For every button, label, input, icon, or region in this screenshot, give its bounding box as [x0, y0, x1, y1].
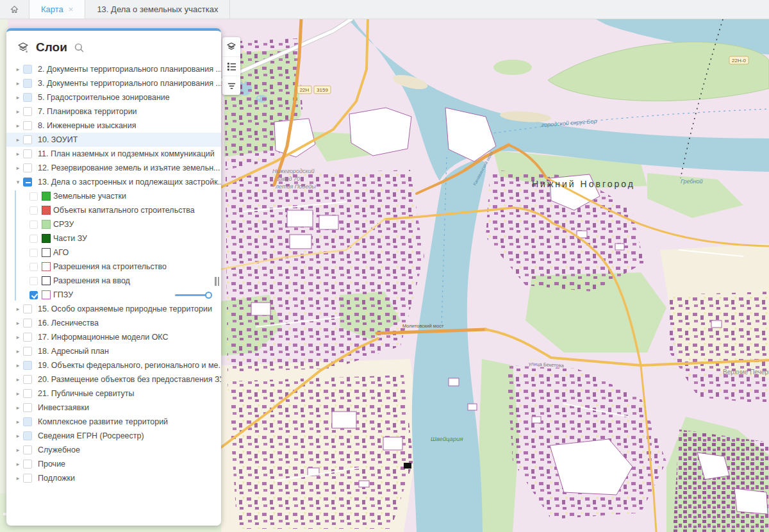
sublayer-row[interactable]: СРЗУ: [29, 217, 221, 231]
caret-icon[interactable]: ▸: [13, 66, 23, 72]
caret-icon[interactable]: ▸: [13, 475, 23, 481]
layer-row-15[interactable]: ▸15. Особо охраняемые природные территор…: [6, 302, 221, 316]
layer-row-krt[interactable]: ▸Комплексное развитие территорий: [6, 415, 221, 429]
layer-checkbox[interactable]: [23, 65, 32, 74]
layer-checkbox[interactable]: [23, 163, 32, 172]
sublayer-checkbox-checked[interactable]: [29, 291, 38, 299]
caret-icon[interactable]: ▸: [13, 376, 23, 383]
filter-tool-button[interactable]: [222, 76, 240, 95]
layer-row-19[interactable]: ▸19. Объекты федерального, регионального…: [6, 358, 221, 372]
caret-icon[interactable]: ▸: [13, 306, 23, 312]
layer-row-16[interactable]: ▸16. Лесничества: [6, 316, 221, 330]
layer-row-17[interactable]: ▸17. Информационные модели ОКС: [6, 330, 221, 344]
layer-checkbox[interactable]: [23, 361, 32, 370]
layer-row-8[interactable]: ▸8. Инженерные изыскания: [6, 119, 221, 133]
caret-icon[interactable]: ▸: [13, 419, 23, 425]
caret-icon[interactable]: ▸: [13, 122, 23, 129]
caret-icon[interactable]: ▸: [13, 390, 23, 397]
caret-icon[interactable]: ▸: [13, 404, 23, 411]
layer-checkbox[interactable]: [23, 135, 32, 144]
layer-checkbox[interactable]: [23, 79, 32, 88]
caret-icon[interactable]: ▸: [13, 433, 23, 439]
sublayer-checkbox[interactable]: [29, 192, 38, 201]
layer-checkbox[interactable]: [23, 149, 32, 158]
sublayer-row[interactable]: Земельные участки: [29, 189, 221, 203]
caret-down-icon[interactable]: ▾: [13, 179, 23, 185]
legend-swatch: [42, 248, 51, 257]
layer-checkbox[interactable]: [23, 121, 32, 130]
layer-checkbox[interactable]: [23, 389, 32, 398]
layers-panel-icon: s: [17, 41, 29, 54]
caret-icon[interactable]: ▸: [13, 94, 23, 101]
layer-checkbox[interactable]: [23, 403, 32, 412]
tab-land-cases[interactable]: 13. Дела о земельных участках: [85, 0, 230, 19]
layer-checkbox[interactable]: [23, 107, 32, 116]
caret-icon[interactable]: ▸: [13, 447, 23, 453]
map-selected-marker: [404, 463, 411, 469]
caret-icon[interactable]: ▸: [13, 165, 23, 171]
caret-icon[interactable]: ▸: [13, 151, 23, 157]
caret-icon[interactable]: ▸: [13, 137, 23, 143]
caret-icon[interactable]: ▸: [13, 80, 23, 87]
layer-row-service[interactable]: ▸Служебное: [6, 443, 221, 457]
layer-row-21[interactable]: ▸21. Публичные сервитуты: [6, 387, 221, 401]
sublayer-checkbox[interactable]: [29, 249, 38, 257]
sublayer-row[interactable]: АГО: [29, 245, 221, 260]
layer-row-other[interactable]: ▸Прочие: [6, 457, 221, 471]
layer-checkbox[interactable]: [23, 333, 32, 342]
layer-row-18[interactable]: ▸18. Адресный план: [6, 344, 221, 358]
caret-icon[interactable]: ▸: [13, 461, 23, 467]
layer-checkbox[interactable]: [23, 431, 32, 440]
layer-row-egrn[interactable]: ▸Сведения ЕГРН (Росреестр): [6, 429, 221, 443]
layer-row-13[interactable]: ▾13. Дела о застроенных и подлежащих зас…: [6, 175, 221, 189]
layer-row-20[interactable]: ▸20. Размещение объектов без предоставле…: [6, 372, 221, 387]
caret-icon[interactable]: ▸: [13, 362, 23, 369]
layer-row-7[interactable]: ▸7. Планировка территории: [6, 104, 221, 119]
home-button[interactable]: [0, 0, 29, 19]
sublayer-row[interactable]: Разрешения на ввод: [29, 274, 221, 288]
layer-checkbox[interactable]: [23, 375, 32, 384]
legend-swatch: [42, 206, 51, 215]
layer-checkbox[interactable]: [23, 304, 32, 313]
sublayer-row[interactable]: Объекты капитального строительства: [29, 203, 221, 217]
layer-checkbox-indeterminate[interactable]: [23, 178, 32, 187]
layer-row-11[interactable]: ▸11. План наземных и подземных коммуника…: [6, 147, 221, 161]
map-label-grebnoy: Гребной: [681, 178, 703, 185]
layer-checkbox[interactable]: [23, 417, 32, 426]
layer-row-2[interactable]: ▸2. Документы территориального планирова…: [6, 62, 221, 76]
sublayer-row[interactable]: Разрешения на строительство: [29, 260, 221, 274]
layer-checkbox[interactable]: [23, 319, 32, 328]
layer-checkbox[interactable]: [23, 93, 32, 102]
search-icon[interactable]: [74, 42, 85, 53]
caret-icon[interactable]: ▸: [13, 108, 23, 115]
sublayer-checkbox[interactable]: [29, 277, 38, 285]
map-label-park: Швейцария: [431, 435, 463, 442]
sublayer-checkbox[interactable]: [29, 263, 38, 271]
layer-row-12[interactable]: ▸12. Резервирование земель и изъятие зем…: [6, 161, 221, 175]
layer-row-10[interactable]: ▸10. ЗОУИТ: [6, 133, 221, 147]
layer-checkbox[interactable]: [23, 474, 32, 483]
sublayer-checkbox[interactable]: [29, 220, 38, 229]
layer-checkbox[interactable]: [23, 445, 32, 454]
slider-knob[interactable]: [205, 292, 212, 299]
sublayer-row-gpzu[interactable]: ГПЗУ: [29, 288, 221, 302]
tab-close-icon[interactable]: ×: [69, 5, 74, 13]
opacity-slider[interactable]: [175, 292, 212, 299]
caret-icon[interactable]: ▸: [13, 334, 23, 340]
tab-map[interactable]: Карта ×: [29, 0, 85, 19]
legend-tool-button[interactable]: [222, 56, 240, 76]
panel-resize-handle[interactable]: [215, 277, 219, 286]
sublayer-row[interactable]: Части ЗУ: [29, 231, 221, 245]
layer-checkbox[interactable]: [23, 347, 32, 356]
sublayer-checkbox[interactable]: [29, 235, 38, 243]
layer-row-5[interactable]: ▸5. Градостроительное зонирование: [6, 90, 221, 104]
layer-row-3[interactable]: ▸3. Документы территориального планирова…: [6, 76, 221, 90]
layer-row-basemaps[interactable]: ▸Подложки: [6, 471, 221, 485]
layers-tool-button[interactable]: [222, 37, 240, 56]
layer-row-invest[interactable]: ▸Инвестзаявки: [6, 401, 221, 415]
layer-checkbox[interactable]: [23, 460, 32, 469]
sublayer-checkbox[interactable]: [29, 206, 38, 215]
caret-icon[interactable]: ▸: [13, 348, 23, 354]
slider-track: [175, 294, 206, 296]
caret-icon[interactable]: ▸: [13, 320, 23, 326]
